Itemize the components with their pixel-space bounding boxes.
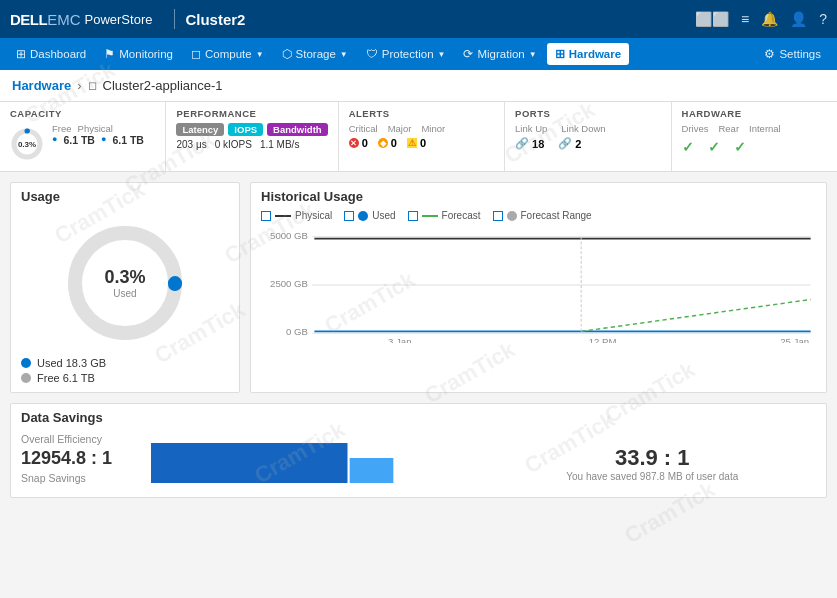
bell-icon[interactable]: 🔔 [761,11,778,27]
settings-icon: ⚙ [764,47,775,61]
appliance-icon: ◻ [88,79,97,92]
usage-donut-label: 0.3% Used [104,267,145,299]
hardware-icon: ⊞ [555,47,565,61]
internal-check: ✓ [734,139,746,155]
list-icon[interactable]: ≡ [741,11,749,27]
top-panels-row: Usage 0.3% Used Used 18.3 GB Fre [10,182,827,393]
linkdown-label: Link Down [561,123,605,134]
svg-text:5000 GB: 5000 GB [270,231,308,240]
user-icon[interactable]: 👤 [790,11,807,27]
breadcrumb-current: Cluster2-appliance-1 [103,78,223,93]
usage-sub: Used [104,288,145,299]
svg-text:0 GB: 0 GB [286,328,308,337]
alerts-card: ALERTS Critical Major Minor ✕ 0 ◆ 0 ⚠ 0 [339,102,505,171]
alerts-title: ALERTS [349,108,494,119]
savings-row: Data Savings Overall Efficiency 12954.8 … [10,403,827,498]
savings-bar-svg [151,433,479,493]
minor-label: Minor [421,123,445,134]
internal-label: Internal [749,123,781,134]
svg-rect-14 [151,443,348,483]
svg-rect-15 [350,458,394,483]
overall-eff-label: Overall Efficiency [21,433,141,445]
savings-content: Overall Efficiency 12954.8 : 1 Snap Savi… [11,429,826,497]
bw-val: 1.1 MB/s [260,139,299,150]
major-label: Major [388,123,412,134]
compute-icon: ◻ [191,47,201,61]
forecast-range-checkbox[interactable] [493,211,503,221]
drives-check: ✓ [682,139,694,155]
usage-panel: Usage 0.3% Used Used 18.3 GB Fre [10,182,240,393]
capacity-donut: 0.3% [10,127,44,161]
forecast-checkbox[interactable] [408,211,418,221]
capacity-card: CAPACITY 0.3% Free Physical ● 6.1 TB ● [0,102,166,171]
main-content: Usage 0.3% Used Used 18.3 GB Fre [0,172,837,598]
rear-label: Rear [718,123,739,134]
nav-migration[interactable]: ⟳ Migration ▼ [455,43,544,65]
historical-chart-svg: 5000 GB 2500 GB 0 GB 3 Jan 12 PM [261,227,816,343]
used-dot [21,358,31,368]
grid-icon[interactable]: ⬜⬜ [695,11,729,27]
protection-caret: ▼ [438,50,446,59]
linkup-val: 🔗 18 [515,137,544,150]
brand-logo: DELLEMC PowerStore [10,11,152,28]
protection-icon: 🛡 [366,48,378,60]
iops-val: 0 kIOPS [215,139,252,150]
historical-title: Historical Usage [251,183,826,208]
linkup-label: Link Up [515,123,547,134]
savings-left: Overall Efficiency 12954.8 : 1 Snap Savi… [21,433,141,493]
dashboard-icon: ⊞ [16,47,26,61]
logo-divider [174,9,175,29]
stats-row: CAPACITY 0.3% Free Physical ● 6.1 TB ● [0,102,837,172]
snap-savings-label: Snap Savings [21,472,141,484]
latency-val: 203 μs [176,139,206,150]
svg-text:12 PM: 12 PM [589,337,617,343]
used-legend: Used [344,210,395,221]
drives-label: Drives [682,123,709,134]
breadcrumb: Hardware › ◻ Cluster2-appliance-1 [0,70,837,102]
forecast-range-legend: Forecast Range [493,210,592,221]
compute-caret: ▼ [256,50,264,59]
storage-icon: ⬡ [282,47,292,61]
physical-checkbox[interactable] [261,211,271,221]
forecast-line [422,215,438,217]
usage-title: Usage [11,183,239,208]
used-dot-legend [358,211,368,221]
performance-title: PERFORMANCE [176,108,327,119]
cap-free-val: 6.1 TB [63,134,95,146]
nav-storage[interactable]: ⬡ Storage ▼ [274,43,356,65]
critical-val: ✕ 0 [349,137,368,149]
cap-physical-val: 6.1 TB [112,134,144,146]
nav-protection[interactable]: 🛡 Protection ▼ [358,44,454,64]
rear-check: ✓ [708,139,720,155]
cluster-name[interactable]: Cluster2 [185,11,245,28]
hardware-card: HARDWARE Drives Rear Internal ✓ ✓ ✓ [672,102,837,171]
question-icon[interactable]: ? [819,11,827,27]
free-label: Free 6.1 TB [37,372,95,384]
nav-monitoring[interactable]: ⚑ Monitoring [96,43,181,65]
top-bar-icons: ⬜⬜ ≡ 🔔 👤 ? [695,11,827,27]
critical-label: Critical [349,123,378,134]
chart-legend: Physical Used Forecast Forecast Range [251,208,826,227]
hardware-title: HARDWARE [682,108,827,119]
performance-card: PERFORMANCE Latency IOPS Bandwidth 203 μ… [166,102,338,171]
monitoring-icon: ⚑ [104,47,115,61]
breadcrumb-separator: › [77,78,81,93]
powerstore-logo: PowerStore [85,12,153,27]
forecast-range-dot [507,211,517,221]
nav-settings[interactable]: ⚙ Settings [756,43,829,65]
nav-dashboard[interactable]: ⊞ Dashboard [8,43,94,65]
critical-icon: ✕ [349,138,359,148]
capacity-title: CAPACITY [10,108,155,119]
usage-donut-container: 0.3% Used [11,208,239,353]
used-checkbox[interactable] [344,211,354,221]
ports-title: PORTS [515,108,660,119]
bandwidth-badge: Bandwidth [267,123,328,136]
nav-compute[interactable]: ◻ Compute ▼ [183,43,272,65]
breadcrumb-root[interactable]: Hardware [12,78,71,93]
major-icon: ◆ [378,138,388,148]
data-savings-panel: Data Savings Overall Efficiency 12954.8 … [10,403,827,498]
used-legend-item: Used 18.3 GB [21,357,229,369]
minor-val: ⚠ 0 [407,137,426,149]
linkdown-icon: 🔗 [558,137,572,150]
nav-hardware[interactable]: ⊞ Hardware [547,43,629,65]
